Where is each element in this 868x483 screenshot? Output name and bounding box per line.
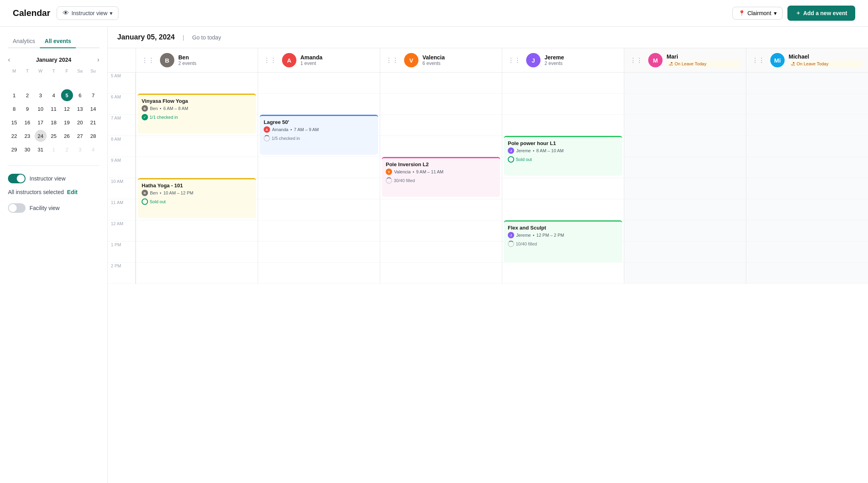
cal-day-12[interactable]: 12 — [61, 103, 73, 115]
slot — [380, 73, 502, 94]
slot — [380, 115, 502, 136]
cal-day-5-today[interactable]: 5 — [61, 89, 73, 101]
avatar-ben: B — [160, 53, 174, 67]
sold-out-icon — [508, 156, 514, 163]
time-2pm: 2 PM — [108, 263, 135, 284]
drag-handle-mari[interactable]: ⋮⋮ — [630, 57, 643, 64]
cal-day-23[interactable]: 23 — [22, 130, 34, 142]
cal-day-4[interactable]: 4 — [48, 89, 60, 101]
slot — [136, 157, 258, 178]
cal-day-16[interactable]: 16 — [22, 116, 34, 128]
cal-day-8[interactable]: 8 — [8, 103, 20, 115]
time-11am: 11 AM — [108, 199, 135, 220]
cal-day-18[interactable]: 18 — [48, 116, 60, 128]
cal-day — [8, 76, 20, 88]
event-flex-sculpt[interactable]: Flex and Sculpt J Jereme • 12 PM – 2 PM … — [504, 220, 622, 263]
cal-day-24[interactable]: 24 — [35, 130, 47, 142]
slot — [380, 242, 502, 263]
day-header-m: M — [8, 67, 20, 75]
cal-day-22[interactable]: 22 — [8, 130, 20, 142]
drag-handle-ben[interactable]: ⋮⋮ — [142, 57, 154, 64]
cal-day-25[interactable]: 25 — [48, 130, 60, 142]
slot — [380, 94, 502, 115]
event-avatar: J — [508, 147, 514, 154]
slot — [624, 263, 746, 284]
event-title: Flex and Sculpt — [508, 225, 618, 231]
event-hatha-yoga[interactable]: Hatha Yoga - 101 B Ben • 10 AM – 12 PM S… — [138, 178, 256, 218]
cal-day-7[interactable]: 7 — [87, 89, 99, 101]
cal-day-19[interactable]: 19 — [61, 116, 73, 128]
cal-day-13[interactable]: 13 — [74, 103, 86, 115]
event-vinyasa-flow[interactable]: Vinyasa Flow Yoga B Ben • 6 AM – 8 AM ✓ … — [138, 94, 256, 134]
day-col-ben: Vinyasa Flow Yoga B Ben • 6 AM – 8 AM ✓ … — [136, 73, 258, 284]
cal-day-30[interactable]: 30 — [22, 143, 34, 155]
slot — [502, 199, 624, 220]
filled-label: 1/5 checked in — [272, 136, 300, 141]
cal-day-6[interactable]: 6 — [74, 89, 86, 101]
instructor-info-valencia: Valencia 6 events — [422, 54, 496, 66]
tab-analytics[interactable]: Analytics — [8, 35, 40, 48]
event-pole-power[interactable]: Pole power hour L1 J Jereme • 8 AM – 10 … — [504, 136, 622, 176]
toggle-knob — [17, 175, 25, 183]
drag-handle-valencia[interactable]: ⋮⋮ — [386, 57, 398, 64]
event-instructor: Jereme — [516, 233, 531, 238]
slot — [624, 115, 746, 136]
cal-day-2[interactable]: 2 — [22, 89, 34, 101]
cal-day-next-3[interactable]: 3 — [74, 143, 86, 155]
location-button[interactable]: 📍 Clairmont ▾ — [732, 7, 783, 20]
slot — [746, 263, 868, 284]
add-event-button[interactable]: ＋ Add a new event — [787, 6, 855, 21]
event-avatar: B — [142, 105, 148, 112]
instructor-events-ben: 2 events — [178, 61, 252, 66]
event-title: Hatha Yoga - 101 — [142, 183, 252, 188]
cal-day-21[interactable]: 21 — [87, 116, 99, 128]
cal-day-next-4[interactable]: 4 — [87, 143, 99, 155]
go-today-link[interactable]: Go to today — [192, 34, 221, 41]
cal-day-next-1[interactable]: 1 — [48, 143, 60, 155]
mini-cal-month: January 2024 — [36, 57, 71, 63]
cal-day-28[interactable]: 28 — [87, 130, 99, 142]
next-month-button[interactable]: › — [97, 56, 99, 63]
facility-view-toggle[interactable] — [8, 203, 26, 213]
cal-day-26[interactable]: 26 — [61, 130, 73, 142]
cal-day-20[interactable]: 20 — [74, 116, 86, 128]
cal-day-27[interactable]: 27 — [74, 130, 86, 142]
cal-day-17[interactable]: 17 — [35, 116, 47, 128]
cal-day-10[interactable]: 10 — [35, 103, 47, 115]
cal-day-9[interactable]: 9 — [22, 103, 34, 115]
avatar-amanda: A — [282, 53, 296, 67]
instructor-view-toggle-row: Instructor view — [8, 174, 99, 183]
cal-day-3[interactable]: 3 — [35, 89, 47, 101]
cal-day-11[interactable]: 11 — [48, 103, 60, 115]
eye-icon: 👁 — [63, 10, 69, 17]
cal-day-14[interactable]: 14 — [87, 103, 99, 115]
drag-handle-jereme[interactable]: ⋮⋮ — [508, 57, 521, 64]
event-avatar: V — [386, 169, 392, 175]
cal-day-29[interactable]: 29 — [8, 143, 20, 155]
tab-all-events[interactable]: All events — [40, 35, 76, 48]
instructor-name-ben: Ben — [178, 54, 252, 61]
time-grid-scroll[interactable]: 5 AM 6 AM 7 AM 8 AM 9 AM 10 AM 11 AM 12 … — [108, 73, 868, 483]
instructor-name-amanda: Amanda — [300, 54, 374, 61]
location-pin-icon: 📍 — [738, 10, 745, 16]
spinner-icon — [264, 135, 270, 141]
drag-handle-amanda[interactable]: ⋮⋮ — [264, 57, 276, 64]
cal-day-1[interactable]: 1 — [8, 89, 20, 101]
event-separator: • — [160, 106, 162, 111]
drag-handle-michael[interactable]: ⋮⋮ — [752, 57, 765, 64]
instructor-view-toggle[interactable] — [8, 174, 26, 183]
slot — [624, 73, 746, 94]
instructor-view-button[interactable]: 👁 Instructor view ▾ — [57, 6, 118, 20]
check-label: 1/1 checked in — [150, 115, 178, 120]
cal-day-next-2[interactable]: 2 — [61, 143, 73, 155]
prev-month-button[interactable]: ‹ — [8, 56, 10, 63]
cal-day-15[interactable]: 15 — [8, 116, 20, 128]
event-instructor: Ben — [150, 106, 158, 111]
slot — [136, 220, 258, 242]
edit-instructors-link[interactable]: Edit — [67, 189, 77, 195]
cal-day-31[interactable]: 31 — [35, 143, 47, 155]
event-time: 12 PM – 2 PM — [537, 233, 564, 238]
location-label: Clairmont — [748, 10, 771, 16]
event-lagree[interactable]: Lagree 50' A Amanda • 7 AM – 9 AM 1/5 ch… — [260, 115, 378, 155]
event-pole-inversion[interactable]: Pole Inversion L2 V Valencia • 9 AM – 11… — [382, 157, 500, 197]
